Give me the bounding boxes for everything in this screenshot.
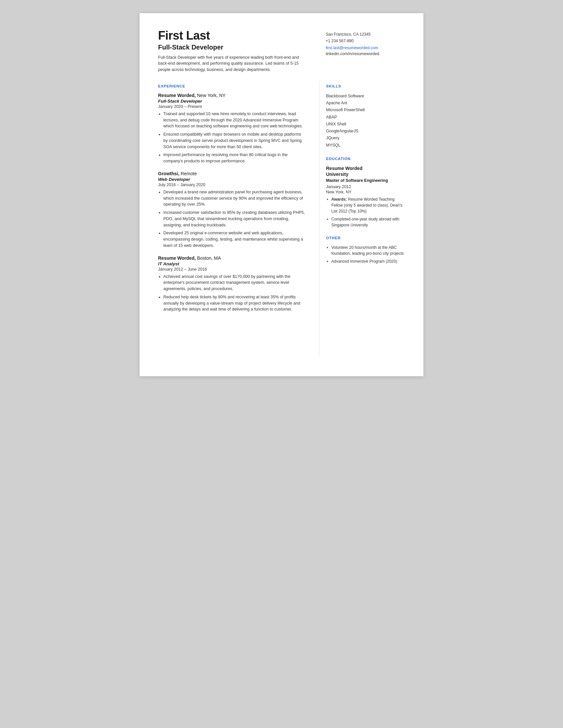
exp-2-bullet-1: Developed a brand new administration pan…: [158, 189, 306, 208]
exp-2-bullet-3: Developed 25 original e-commerce website…: [158, 230, 306, 248]
exp-2-bullet-2: Increased customer satisfaction to 85% b…: [158, 210, 306, 228]
exp-1-bullet-1: Trained and supported 10 new hires remot…: [158, 111, 306, 129]
contact-address: San Francisco, CA 12345: [326, 31, 405, 38]
exp-3-dates: January 2012 – June 2016: [158, 267, 306, 272]
other-bullet-2: Advanced Immersive Program (2020): [326, 258, 405, 264]
contact-email[interactable]: first.last@resumeworded.com: [326, 46, 378, 50]
skill-5: UNIX Shell: [326, 121, 405, 128]
exp-1-bullet-3: Improved performance by resolving more t…: [158, 152, 306, 164]
exp-1-bullet-2: Ensured compatibility with major browser…: [158, 131, 306, 150]
exp-1-company-line: Resume Worded, New York, NY: [158, 93, 306, 98]
other-section-title: OTHER: [326, 236, 405, 240]
exp-entry-3: Resume Worded, Boston, MA IT Analyst Jan…: [158, 255, 306, 313]
exp-2-company: Growthsi,: [158, 171, 180, 176]
exp-1-company: Resume Worded,: [158, 93, 196, 98]
other-bullet-1: Volunteer 20 hours/month at the ABC foun…: [326, 245, 405, 256]
skill-1: Blackboard Software: [326, 93, 405, 100]
skill-4: ABAP: [326, 114, 405, 121]
exp-1-role: Full-Stack Developer: [158, 99, 306, 104]
skill-2: Apache Ant: [326, 100, 405, 107]
exp-3-bullet-2: Reduced help desk tickets by 80% and rec…: [158, 294, 306, 313]
edu-bullet-2: Completed one-year study abroad with Sin…: [326, 216, 405, 228]
exp-2-bullets: Developed a brand new administration pan…: [158, 189, 306, 249]
right-column: SKILLS Blackboard Software Apache Ant Mi…: [319, 81, 405, 356]
candidate-title: Full-Stack Developer: [158, 44, 306, 51]
exp-entry-1: Resume Worded, New York, NY Full-Stack D…: [158, 93, 306, 164]
exp-2-company-line: Growthsi, Remote: [158, 171, 306, 176]
exp-2-role: Web Developer: [158, 177, 306, 182]
edu-degree: Master of Software Engineering: [326, 178, 405, 184]
skill-8: MYSQL: [326, 142, 405, 149]
other-bullets: Volunteer 20 hours/month at the ABC foun…: [326, 245, 405, 264]
experience-section-title: EXPERIENCE: [158, 84, 306, 88]
left-column: EXPERIENCE Resume Worded, New York, NY F…: [158, 81, 319, 356]
edu-date: January 2012: [326, 184, 405, 189]
exp-3-bullet-1: Achieved annual cost savings of over $17…: [158, 274, 306, 292]
skills-section-title: SKILLS: [326, 84, 405, 88]
contact-linkedin: linkedin.com/in/resumeworded: [326, 50, 405, 57]
resume-page: First Last Full-Stack Developer Full-Sta…: [140, 13, 423, 376]
candidate-summary: Full-Stack Developer with five years of …: [158, 54, 306, 73]
exp-3-bullets: Achieved annual cost savings of over $17…: [158, 274, 306, 313]
exp-1-location: New York, NY: [197, 93, 225, 98]
contact-phone: +1 234 567-890: [326, 38, 405, 44]
skill-6: GoogleAngularJS: [326, 128, 405, 135]
exp-1-bullets: Trained and supported 10 new hires remot…: [158, 111, 306, 164]
contact-section: San Francisco, CA 12345 +1 234 567-890 f…: [319, 29, 405, 81]
resume-header: First Last Full-Stack Developer Full-Sta…: [158, 29, 319, 81]
exp-3-company-line: Resume Worded, Boston, MA: [158, 255, 306, 261]
skill-7: JQuery: [326, 135, 405, 142]
edu-bullet-1: Awards: Resume Worded Teaching Fellow (o…: [326, 196, 405, 214]
education-section-title: EDUCATION: [326, 157, 405, 161]
skills-list: Blackboard Software Apache Ant Microsoft…: [326, 93, 405, 149]
edu-school: Resume WordedUniversity: [326, 165, 405, 177]
candidate-name: First Last: [158, 29, 306, 42]
exp-entry-2: Growthsi, Remote Web Developer July 2016…: [158, 171, 306, 249]
exp-3-company: Resume Worded,: [158, 255, 196, 261]
skill-3: Microsoft PowerShell: [326, 107, 405, 114]
exp-3-role: IT Analyst: [158, 261, 306, 266]
exp-2-location: Remote: [181, 171, 197, 176]
exp-3-location: Boston, MA: [197, 255, 221, 261]
exp-1-dates: January 2020 – Present: [158, 104, 306, 109]
exp-2-dates: July 2016 – January 2020: [158, 182, 306, 187]
edu-location: New York, NY: [326, 190, 405, 194]
edu-bullets: Awards: Resume Worded Teaching Fellow (o…: [326, 196, 405, 228]
